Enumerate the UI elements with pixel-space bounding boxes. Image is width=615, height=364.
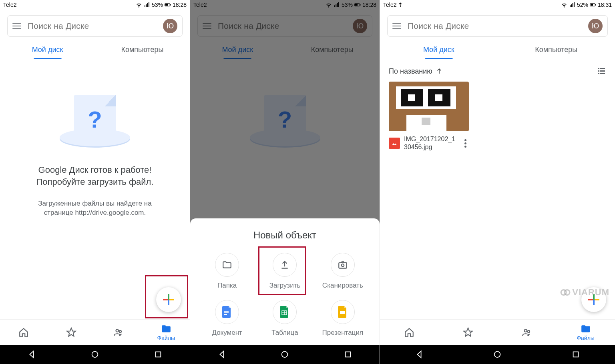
svg-point-6 <box>119 330 121 332</box>
empty-note: Загруженные файлы вы найдете настранице … <box>22 199 167 218</box>
android-nav-bar <box>380 345 615 364</box>
nav-files[interactable]: Файлы <box>143 324 190 341</box>
nav-starred[interactable] <box>48 327 95 338</box>
home-button[interactable] <box>90 350 99 359</box>
search-placeholder: Поиск на Диске <box>408 21 582 31</box>
recent-button[interactable] <box>344 350 352 359</box>
sheet-item-folder[interactable]: Папка <box>198 253 256 290</box>
signal-icon <box>144 2 150 8</box>
svg-rect-14 <box>339 263 347 268</box>
tab-my-drive[interactable]: Мой диск <box>380 41 498 59</box>
slides-icon <box>338 306 348 318</box>
svg-rect-32 <box>598 73 599 74</box>
bottom-sheet-new: Новый объект Папка Загрузить Сканировать… <box>190 218 380 345</box>
empty-illustration: ? <box>59 95 131 151</box>
svg-point-36 <box>524 329 527 332</box>
wifi-icon <box>561 2 567 8</box>
watermark: VIARUM <box>560 287 609 298</box>
sort-label: По названию <box>389 67 432 76</box>
hamburger-icon[interactable] <box>12 23 21 29</box>
image-file-icon <box>389 138 400 149</box>
battery-icon <box>590 2 596 8</box>
android-nav-bar <box>0 345 190 364</box>
tab-my-drive[interactable]: Мой диск <box>0 41 95 59</box>
sheet-item-scan[interactable]: Сканировать <box>314 253 372 290</box>
upload-indicator-icon: ⇡ <box>398 2 403 8</box>
battery-percent: 52% <box>577 2 588 8</box>
svg-rect-24 <box>346 352 351 357</box>
phone-screen-3: Tele2⇡ 52% 18:31 Поиск на Диске Ю Мой ди… <box>380 0 615 364</box>
sheets-icon <box>280 306 289 318</box>
nav-starred[interactable] <box>439 327 498 338</box>
svg-rect-29 <box>600 68 605 69</box>
svg-rect-31 <box>600 70 605 72</box>
sort-row[interactable]: По названию <box>380 59 615 82</box>
phone-screen-1: Tele2 53% 18:28 Поиск на Диске Ю Мой дис… <box>0 0 190 364</box>
sheet-item-sheet[interactable]: Таблица <box>256 300 314 337</box>
more-options-icon[interactable] <box>462 137 469 150</box>
arrow-up-icon <box>436 68 443 75</box>
empty-state: ? Google Диск готов к работе! Попробуйте… <box>0 59 190 218</box>
svg-rect-17 <box>224 312 229 313</box>
content-area: ? Google Диск готов к работе! Попробуйте… <box>0 59 190 319</box>
sheet-item-doc[interactable]: Документ <box>198 300 256 337</box>
svg-point-38 <box>494 352 500 358</box>
tabs: Мой диск Компьютеры <box>380 41 615 59</box>
bottom-nav: Файлы <box>0 319 190 345</box>
svg-point-35 <box>565 290 570 295</box>
svg-rect-27 <box>595 4 596 5</box>
svg-rect-26 <box>591 4 593 6</box>
file-name: IMG_20171202_130456.jpg <box>404 135 458 151</box>
plus-icon <box>163 294 174 305</box>
svg-rect-16 <box>224 311 229 312</box>
svg-point-5 <box>116 329 119 332</box>
nav-home[interactable] <box>0 327 48 338</box>
svg-rect-22 <box>340 311 345 314</box>
upload-icon <box>279 260 290 270</box>
camera-icon <box>338 260 348 270</box>
svg-rect-8 <box>156 352 161 357</box>
android-nav-bar <box>190 345 380 364</box>
home-button[interactable] <box>280 350 289 359</box>
battery-icon <box>165 2 171 8</box>
hamburger-icon[interactable] <box>392 23 401 29</box>
recent-button[interactable] <box>154 350 163 359</box>
sheet-item-slides[interactable]: Презентация <box>314 300 372 337</box>
status-bar: Tele2⇡ 52% 18:31 <box>380 0 615 10</box>
search-bar[interactable]: Поиск на Диске Ю <box>7 15 183 37</box>
nav-shared[interactable] <box>95 327 143 338</box>
home-button[interactable] <box>493 350 502 359</box>
avatar[interactable]: Ю <box>163 19 177 33</box>
tabs: Мой диск Компьютеры <box>0 41 190 59</box>
tab-computers[interactable]: Компьютеры <box>95 41 190 59</box>
battery-percent: 53% <box>152 2 163 8</box>
recent-button[interactable] <box>571 350 580 359</box>
svg-point-15 <box>342 264 344 267</box>
search-placeholder: Поиск на Диске <box>28 21 157 31</box>
wifi-icon <box>136 2 142 8</box>
list-view-icon[interactable] <box>597 66 606 76</box>
phone-screen-2: Tele2 53% 18:28 Поиск на Диске Ю Мой дис… <box>190 0 380 364</box>
nav-home[interactable] <box>380 327 439 338</box>
svg-rect-1 <box>165 4 168 6</box>
empty-title: Google Диск готов к работе! <box>38 165 152 175</box>
nav-files[interactable]: Файлы <box>556 324 615 341</box>
files-grid: IMG_20171202_130456.jpg <box>380 82 615 151</box>
back-button[interactable] <box>217 350 226 359</box>
svg-rect-33 <box>600 73 605 74</box>
nav-shared[interactable] <box>498 327 557 338</box>
content-area: По названию I <box>380 59 615 319</box>
carrier-label: Tele2 <box>383 2 396 8</box>
folder-icon <box>222 260 232 270</box>
search-bar[interactable]: Поиск на Диске Ю <box>387 15 608 37</box>
back-button[interactable] <box>27 350 36 359</box>
svg-rect-30 <box>598 70 599 72</box>
sheet-item-upload[interactable]: Загрузить <box>256 253 314 290</box>
clock: 18:28 <box>173 2 187 8</box>
back-button[interactable] <box>415 350 424 359</box>
tab-computers[interactable]: Компьютеры <box>498 41 615 59</box>
file-item[interactable]: IMG_20171202_130456.jpg <box>389 82 469 151</box>
avatar[interactable]: Ю <box>588 19 603 33</box>
status-bar: Tele2 53% 18:28 <box>0 0 190 10</box>
fab-new[interactable] <box>156 287 181 312</box>
